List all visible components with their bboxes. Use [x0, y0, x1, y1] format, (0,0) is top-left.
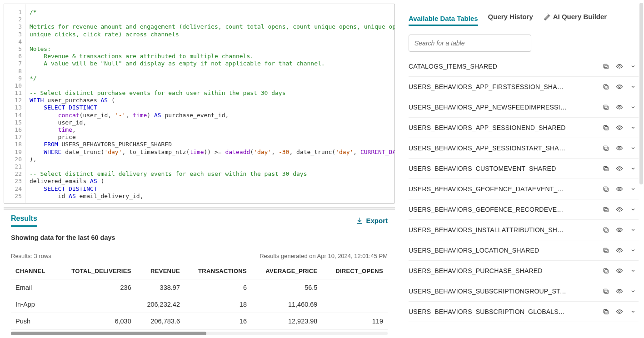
horizontal-scrollbar[interactable]: [11, 332, 388, 335]
data-table-row[interactable]: USERS_BEHAVIORS_PURCHASE_SHARED: [409, 261, 639, 281]
table-row[interactable]: In-App206,232.421811,460.69: [11, 296, 388, 313]
copy-icon[interactable]: [602, 226, 609, 234]
sql-editor[interactable]: 1233456789101112131415161718192021222324…: [4, 4, 395, 204]
data-table-row[interactable]: USERS_BEHAVIORS_SUBSCRIPTIONGROUP_STATE.…: [409, 281, 639, 302]
preview-icon[interactable]: [616, 104, 623, 111]
copy-icon[interactable]: [602, 247, 609, 254]
svg-rect-19: [604, 187, 607, 190]
table-name-label: USERS_BEHAVIORS_CUSTOMEVENT_SHARED: [409, 165, 556, 172]
export-label: Export: [366, 217, 388, 224]
scrollbar-thumb[interactable]: [11, 332, 206, 335]
chevron-down-icon[interactable]: [629, 63, 637, 70]
tab-ai-query-builder[interactable]: AI Query Builder: [543, 9, 607, 24]
copy-icon[interactable]: [602, 104, 609, 111]
chevron-down-icon[interactable]: [629, 83, 637, 90]
results-row-count: Results: 3 rows: [11, 253, 51, 259]
col-revenue[interactable]: REVENUE: [136, 263, 185, 279]
download-icon: [356, 217, 363, 224]
table-name-label: USERS_BEHAVIORS_INSTALLATTRIBUTION_SHARE…: [409, 226, 568, 234]
data-table-row[interactable]: USERS_BEHAVIORS_CUSTOMEVENT_SHARED: [409, 159, 639, 179]
table-name-label: USERS_BEHAVIORS_APP_FIRSTSESSION_SHARED: [409, 83, 568, 90]
data-table-row[interactable]: USERS_BEHAVIORS_APP_SESSIONSTART_SHARED: [409, 138, 639, 159]
svg-rect-15: [604, 167, 608, 171]
data-table-row[interactable]: USERS_BEHAVIORS_APP_SESSIONEND_SHARED: [409, 118, 639, 138]
data-table-row[interactable]: CATALOGS_ITEMS_SHARED: [409, 56, 639, 77]
svg-rect-34: [604, 289, 607, 293]
table-row[interactable]: Email236338.97656.5: [11, 279, 388, 296]
copy-icon[interactable]: [602, 288, 609, 295]
data-table-row[interactable]: USERS_BEHAVIORS_LOCATION_SHARED: [409, 240, 639, 261]
data-table-row[interactable]: USERS_BEHAVIORS_GEOFENCE_DATAEVENT_SHAR.…: [409, 179, 639, 199]
chevron-down-icon[interactable]: [629, 185, 637, 193]
preview-icon[interactable]: [616, 267, 623, 274]
data-table-row[interactable]: USERS_BEHAVIORS_APP_FIRSTSESSION_SHARED: [409, 77, 639, 97]
data-table-row[interactable]: USERS_BEHAVIORS_INSTALLATTRIBUTION_SHARE…: [409, 220, 639, 240]
preview-icon[interactable]: [616, 206, 623, 213]
preview-icon[interactable]: [616, 165, 623, 172]
preview-icon[interactable]: [616, 144, 623, 152]
copy-icon[interactable]: [602, 267, 609, 274]
chevron-down-icon[interactable]: [629, 144, 637, 152]
copy-icon[interactable]: [602, 185, 609, 193]
results-tab[interactable]: Results: [11, 214, 37, 227]
preview-icon[interactable]: [616, 63, 623, 70]
sidebar-tabs: Available Data Tables Query History AI Q…: [409, 9, 639, 27]
svg-rect-27: [604, 249, 608, 253]
preview-icon[interactable]: [616, 226, 623, 234]
preview-icon[interactable]: [616, 247, 623, 254]
table-name-label: USERS_BEHAVIORS_LOCATION_SHARED: [409, 247, 539, 254]
copy-icon[interactable]: [602, 144, 609, 152]
svg-point-11: [619, 127, 620, 129]
col-total_deliveries[interactable]: TOTAL_DELIVERIES: [56, 263, 135, 279]
col-transactions[interactable]: TRANSACTIONS: [185, 263, 251, 279]
chevron-down-icon[interactable]: [629, 267, 637, 274]
data-table-row[interactable]: USERS_BEHAVIORS_GEOFENCE_RECORDEVENT_S..…: [409, 199, 639, 220]
copy-icon[interactable]: [602, 63, 609, 70]
svg-rect-9: [604, 126, 608, 130]
svg-point-8: [619, 106, 620, 108]
results-table: CHANNELTOTAL_DELIVERIESREVENUETRANSACTIO…: [11, 263, 388, 330]
preview-icon[interactable]: [616, 124, 623, 131]
table-row[interactable]: Push6,030206,783.61612,923.98119: [11, 313, 388, 330]
vertical-scrollbar[interactable]: [639, 3, 643, 184]
copy-icon[interactable]: [602, 165, 609, 172]
tab-available-tables[interactable]: Available Data Tables: [409, 11, 478, 26]
table-name-label: USERS_BEHAVIORS_APP_SESSIONSTART_SHARED: [409, 144, 568, 152]
tab-query-history[interactable]: Query History: [488, 9, 533, 24]
data-table-row[interactable]: USERS_BEHAVIORS_SUBSCRIPTION_GLOBALSTATE…: [409, 302, 639, 322]
chevron-down-icon[interactable]: [629, 206, 637, 213]
export-button[interactable]: Export: [356, 217, 388, 224]
results-table-wrap[interactable]: CHANNELTOTAL_DELIVERIESREVENUETRANSACTIO…: [4, 263, 395, 330]
svg-rect-13: [604, 146, 607, 149]
chevron-down-icon[interactable]: [629, 165, 637, 172]
magic-wand-icon: [543, 13, 550, 20]
col-average_price[interactable]: AVERAGE_PRICE: [251, 263, 322, 279]
table-search-input[interactable]: [409, 35, 531, 52]
chevron-down-icon[interactable]: [629, 226, 637, 234]
svg-point-17: [619, 168, 620, 169]
chevron-down-icon[interactable]: [629, 247, 637, 254]
copy-icon[interactable]: [602, 83, 609, 90]
copy-icon[interactable]: [602, 308, 609, 315]
copy-icon[interactable]: [602, 124, 609, 131]
col-channel[interactable]: CHANNEL: [11, 263, 56, 279]
copy-icon[interactable]: [602, 206, 609, 213]
preview-icon[interactable]: [616, 288, 623, 295]
chevron-down-icon[interactable]: [629, 288, 637, 295]
data-table-row[interactable]: USERS_BEHAVIORS_APP_NEWSFEEDIMPRESSION_.…: [409, 97, 639, 118]
preview-icon[interactable]: [616, 308, 623, 315]
svg-point-29: [619, 249, 620, 251]
col-direct_opens[interactable]: DIRECT_OPENS: [322, 263, 388, 279]
chevron-down-icon[interactable]: [629, 308, 637, 315]
right-panel: Available Data Tables Query History AI Q…: [399, 0, 644, 338]
preview-icon[interactable]: [616, 185, 623, 193]
svg-rect-4: [604, 84, 607, 88]
svg-rect-7: [604, 105, 607, 109]
svg-rect-16: [604, 166, 607, 170]
chevron-down-icon[interactable]: [629, 104, 637, 111]
chevron-down-icon[interactable]: [629, 124, 637, 131]
preview-icon[interactable]: [616, 83, 623, 90]
svg-rect-12: [604, 147, 608, 150]
editor-code[interactable]: /* Metrics for revenue amount and engage…: [26, 4, 394, 203]
svg-rect-6: [604, 106, 608, 109]
